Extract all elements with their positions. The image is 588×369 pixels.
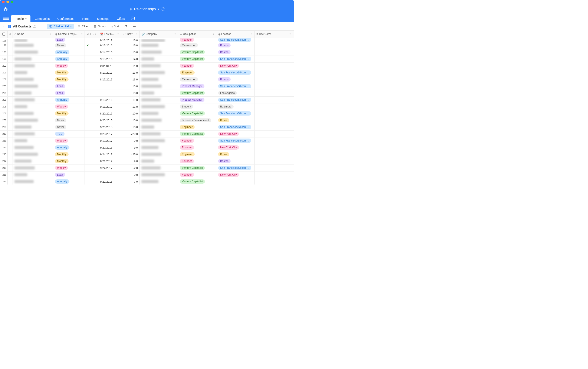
cell-freq[interactable]: Lead	[53, 38, 85, 42]
cell-company[interactable]	[140, 76, 178, 83]
cell-occupation[interactable]: Founder	[178, 38, 216, 42]
column-header-last[interactable]: 📅Last C…▼	[98, 31, 121, 38]
cell-title[interactable]	[255, 42, 293, 49]
column-header-location[interactable]: ◉Location▼	[216, 31, 255, 38]
cell-name[interactable]	[13, 76, 53, 83]
cell-title[interactable]	[255, 83, 293, 90]
cell-name[interactable]	[13, 124, 53, 131]
column-header-title[interactable]: ≡Title/Notes▼	[255, 31, 293, 38]
cell-freq[interactable]: Lead	[53, 172, 85, 178]
cell-last[interactable]	[98, 90, 121, 96]
cell-location[interactable]: San Francisco/Silicon …	[216, 38, 255, 42]
cell-name[interactable]	[13, 39, 53, 42]
cell-occupation[interactable]: Venture Capitalist	[178, 131, 216, 137]
table-row[interactable]: 197 Never✔9/15/201515.0 ResearcherBoston	[0, 42, 294, 49]
cell-company[interactable]	[140, 137, 178, 144]
cell-company[interactable]	[140, 83, 178, 90]
cell-location[interactable]: San Francisco/Silicon …	[216, 97, 255, 103]
cell-company[interactable]	[140, 69, 178, 76]
cell-freq[interactable]: Weekly	[53, 62, 85, 69]
cell-freq[interactable]: Never	[53, 124, 85, 131]
cell-freq[interactable]: Never	[53, 117, 85, 124]
cell-occupation[interactable]: Venture Capitalist	[178, 49, 216, 56]
cell-name[interactable]	[13, 97, 53, 103]
table-row[interactable]: 204 Lead13.0 Venture CapitalistLos Angel…	[0, 90, 294, 97]
cell-title[interactable]	[255, 62, 293, 69]
cell-checkbox[interactable]: ✔	[85, 42, 98, 49]
table-row[interactable]: 207 Monthly8/20/201710.0 Venture Capital…	[0, 110, 294, 117]
cell-freq[interactable]: Weekly	[53, 103, 85, 110]
cell-freq[interactable]: Monthly	[53, 158, 85, 164]
cell-last[interactable]: 8/17/2017	[98, 69, 121, 76]
cell-occupation[interactable]: Business Development	[178, 117, 216, 124]
cell-occupation[interactable]: Engineer	[178, 69, 216, 76]
cell-occupation[interactable]: Founder	[178, 158, 216, 164]
cell-name[interactable]	[13, 103, 53, 110]
table-row[interactable]: 214 Monthly8/21/20179.0 FounderBoston	[0, 158, 294, 165]
column-header-freq[interactable]: ◉Contact Frequ…▼	[53, 31, 85, 38]
cell-chat[interactable]: 14.0	[121, 56, 140, 62]
cell-title[interactable]	[255, 165, 293, 171]
cell-location[interactable]: Boston	[216, 76, 255, 83]
cell-location[interactable]	[216, 178, 255, 184]
cell-chat[interactable]: 15.0	[121, 49, 140, 56]
table-row[interactable]: 210 TBD9/28/2017-729.0 Venture Capitalis…	[0, 131, 294, 137]
cell-occupation[interactable]: Venture Capitalist	[178, 165, 216, 171]
cell-location[interactable]: Korea	[216, 117, 255, 124]
table-row[interactable]: 215 Weekly9/24/2017-2.0 Venture Capitali…	[0, 165, 294, 172]
cell-location[interactable]: New York City	[216, 131, 255, 137]
cell-chat[interactable]: 13.0	[121, 83, 140, 90]
grid-body[interactable]: 196 Lead9/13/201716.0 FounderSan Francis…	[0, 38, 294, 184]
cell-location[interactable]: New York City	[216, 172, 255, 178]
cell-name[interactable]	[13, 90, 53, 96]
cell-location[interactable]: San Francisco/Silicon …	[216, 56, 255, 62]
table-row[interactable]: 212 Annually9/20/20169.0 FounderNew York…	[0, 144, 294, 151]
cell-name[interactable]	[13, 49, 53, 56]
cell-chat[interactable]: 10.0	[121, 117, 140, 124]
cell-checkbox[interactable]	[85, 165, 98, 171]
cell-freq[interactable]: Weekly	[53, 137, 85, 144]
cell-occupation[interactable]: Founder	[178, 144, 216, 151]
cell-name[interactable]	[13, 151, 53, 158]
column-header-occupation[interactable]: ≣Occupation▼	[178, 31, 216, 38]
cell-company[interactable]	[140, 42, 178, 49]
cell-freq[interactable]: Lead	[53, 83, 85, 90]
cell-title[interactable]	[255, 124, 293, 131]
cell-chat[interactable]: 7.0	[121, 178, 140, 184]
sidebar-toggle-button[interactable]	[3, 15, 9, 21]
tab-meetings[interactable]: Meetings	[94, 15, 113, 22]
cell-title[interactable]	[255, 110, 293, 117]
cell-last[interactable]: 9/14/2016	[98, 49, 121, 56]
cell-freq[interactable]: Never	[53, 42, 85, 49]
cell-company[interactable]	[140, 39, 178, 42]
table-row[interactable]: 201 Monthly8/17/201713.0 EngineerSan Fra…	[0, 69, 294, 76]
cell-occupation[interactable]: Product Manager	[178, 97, 216, 103]
cell-freq[interactable]: Annually	[53, 144, 85, 151]
cell-checkbox[interactable]	[85, 62, 98, 69]
cell-title[interactable]	[255, 178, 293, 184]
cell-name[interactable]	[13, 56, 53, 62]
cell-location[interactable]: New York City	[216, 144, 255, 151]
cell-title[interactable]	[255, 117, 293, 124]
cell-last[interactable]: 9/13/2017	[98, 137, 121, 144]
cell-name[interactable]	[13, 83, 53, 90]
table-row[interactable]: 213 Monthly9/24/2017-25.0 EngineerKorea	[0, 151, 294, 158]
cell-last[interactable]: 9/15/2015	[98, 42, 121, 49]
cell-occupation[interactable]: Founder	[178, 172, 216, 178]
cell-title[interactable]	[255, 172, 293, 178]
cell-checkbox[interactable]	[85, 110, 98, 117]
cell-company[interactable]	[140, 117, 178, 124]
cell-occupation[interactable]: Engineer	[178, 151, 216, 158]
close-window-button[interactable]	[2, 1, 5, 3]
cell-last[interactable]: 9/28/2017	[98, 131, 121, 137]
column-header-t[interactable]: ☑T…▼	[85, 31, 98, 38]
cell-occupation[interactable]: Student	[178, 103, 216, 110]
cell-freq[interactable]: Annually	[53, 56, 85, 62]
cell-chat[interactable]: -25.0	[121, 151, 140, 158]
cell-title[interactable]	[255, 151, 293, 158]
table-row[interactable]: 217 Annually9/22/20167.0 Venture Capital…	[0, 178, 294, 184]
cell-checkbox[interactable]	[85, 56, 98, 62]
table-row[interactable]: 206 Weekly9/11/201711.0 StudentBaltimore	[0, 103, 294, 110]
cell-checkbox[interactable]	[85, 76, 98, 83]
cell-chat[interactable]: 16.0	[121, 39, 140, 42]
